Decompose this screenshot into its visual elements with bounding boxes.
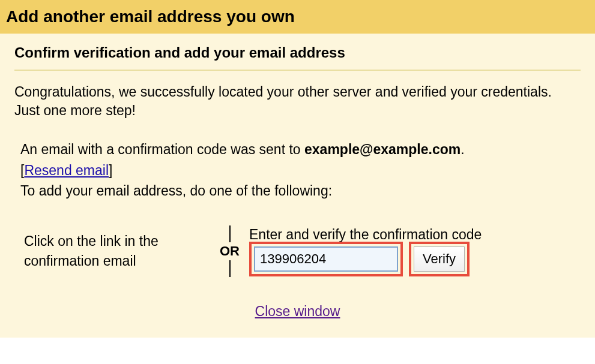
dialog-title: Add another email address you own	[6, 7, 589, 26]
divider-line-bottom	[229, 260, 231, 277]
instructions-prefix: An email with a confirmation code was se…	[20, 142, 304, 157]
instructions-block: An email with a confirmation code was se…	[14, 139, 581, 201]
instructions-suffix: .	[461, 142, 464, 157]
dialog-container: Add another email address you own Confir…	[0, 0, 595, 338]
options-row: Click on the link in the confirmation em…	[14, 225, 581, 277]
option-click-link: Click on the link in the confirmation em…	[24, 231, 210, 270]
congrats-message: Congratulations, we successfully located…	[14, 83, 581, 120]
dialog-content: Confirm verification and add your email …	[0, 34, 595, 338]
divider-line-top	[229, 225, 231, 242]
subtitle: Confirm verification and add your email …	[14, 44, 581, 71]
verify-button-highlight: Verify	[409, 242, 470, 276]
code-input-highlight	[249, 242, 403, 276]
close-window-link[interactable]: Close window	[255, 303, 340, 319]
confirmation-code-input[interactable]	[254, 246, 398, 272]
close-row: Close window	[14, 303, 581, 320]
verify-button[interactable]: Verify	[414, 246, 465, 272]
verify-row: Verify	[249, 242, 581, 276]
resend-email-link[interactable]: Resend email	[24, 163, 109, 178]
dialog-header: Add another email address you own	[0, 0, 595, 34]
target-email: example@example.com	[304, 142, 461, 157]
or-label: OR	[220, 242, 240, 260]
option-enter-code: Enter and verify the confirmation code V…	[249, 226, 581, 276]
or-divider: OR	[220, 225, 240, 277]
bracket-close: ]	[109, 163, 112, 178]
instructions-line2: To add your email address, do one of the…	[20, 183, 332, 198]
